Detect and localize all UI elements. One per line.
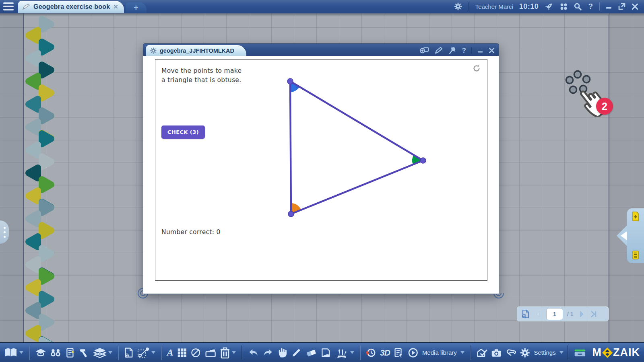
hint-graphic <box>552 56 617 117</box>
hamburger-menu-icon[interactable] <box>0 0 17 13</box>
mosaic-triangle <box>29 99 38 109</box>
dropdown-arrow-icon[interactable] <box>19 351 24 354</box>
clock: 10:10 <box>519 2 539 11</box>
mosaic-triangle <box>29 282 38 293</box>
book-tool-button[interactable] <box>4 347 24 358</box>
snap-tool-button[interactable] <box>137 347 156 359</box>
drawing-tools-icon[interactable] <box>190 347 201 359</box>
add-exercise-tab-icon[interactable] <box>632 212 640 221</box>
geogebra-window-tab[interactable]: geogebra_JJFIHTOMLKAD <box>146 45 246 56</box>
triangle-vertex[interactable] <box>287 78 293 84</box>
mosaic-triangle <box>42 156 51 167</box>
settings-label: Settings <box>534 349 555 356</box>
geogebra-applet[interactable]: Move the points to make a triangle that … <box>155 59 487 281</box>
hammer-icon[interactable] <box>78 347 89 358</box>
toolbar-divider <box>242 346 242 360</box>
settings-gear-icon[interactable] <box>520 347 530 359</box>
table-icon[interactable] <box>177 347 187 358</box>
top-bar: Geogebra exercise book ✕ + Teacher Marci… <box>0 0 644 13</box>
divider <box>469 2 469 10</box>
mosaic-triangle <box>42 179 51 190</box>
open-book-icon <box>4 347 18 358</box>
media-clapperboard-icon[interactable] <box>205 347 216 358</box>
page-count-label: / 1 <box>567 311 574 317</box>
mosaic-triangle <box>29 328 38 339</box>
media-player-icon[interactable] <box>408 347 418 359</box>
book-tab[interactable]: Geogebra exercise book ✕ <box>18 1 124 13</box>
help-icon[interactable]: ? <box>588 2 593 11</box>
pen-set-icon <box>335 347 349 359</box>
geogebra-window-titlebar[interactable]: geogebra_JJFIHTOMLKAD ? <box>143 43 499 56</box>
apps-grid-icon[interactable] <box>559 2 568 10</box>
highlighter-icon[interactable] <box>291 347 301 359</box>
geogebra-window-body: Move the points to make a triangle that … <box>143 56 499 294</box>
mosaic-triangle <box>42 248 51 259</box>
redo-icon[interactable] <box>262 348 274 358</box>
3d-models-button[interactable]: 3D <box>380 348 390 358</box>
mozaik-logo[interactable]: M ZAIK <box>592 346 640 359</box>
mosaic-triangle <box>42 134 51 144</box>
mosaic-triangle <box>42 111 51 121</box>
mosaic-triangle <box>29 53 38 64</box>
layers-tool-button[interactable] <box>93 347 113 358</box>
page-margin-right <box>609 13 644 342</box>
collapse-arrow-icon[interactable] <box>621 231 627 240</box>
triangle-figure <box>155 60 488 280</box>
text-tool-button[interactable]: A <box>167 347 173 358</box>
camera-icon[interactable] <box>491 348 502 358</box>
window-close-icon[interactable] <box>489 47 495 53</box>
page-number-input[interactable] <box>546 308 563 320</box>
homework-icon[interactable] <box>476 347 487 358</box>
search-icon[interactable] <box>574 2 582 11</box>
geogebra-window: geogebra_JJFIHTOMLKAD ? <box>143 43 499 294</box>
prev-page-icon[interactable] <box>534 310 542 318</box>
media-library-button[interactable]: Media library <box>422 349 465 356</box>
triangle-edges <box>290 81 423 214</box>
keyboard-icon[interactable] <box>574 348 586 358</box>
last-page-icon[interactable] <box>590 310 599 318</box>
close-app-icon[interactable] <box>632 3 638 10</box>
next-page-icon[interactable] <box>578 310 586 318</box>
undo-icon[interactable] <box>248 348 259 358</box>
page-margin-left <box>0 13 23 342</box>
window-help-icon[interactable]: ? <box>462 47 466 54</box>
add-page-icon[interactable] <box>521 309 530 319</box>
dropdown-arrow-icon[interactable] <box>231 351 236 354</box>
triangle-vertex[interactable] <box>420 158 426 163</box>
mosaic-triangle <box>29 214 38 224</box>
user-name[interactable]: Teacher Marci <box>475 3 513 10</box>
new-page-icon[interactable] <box>124 347 133 359</box>
pin-icon[interactable] <box>448 46 457 54</box>
page-color-icon[interactable] <box>320 347 331 359</box>
gear-icon[interactable] <box>454 2 462 11</box>
right-panel-handle[interactable] <box>627 208 644 263</box>
exercise-editor-icon[interactable] <box>394 347 404 359</box>
mosaic-triangle <box>29 168 38 178</box>
edit-pencil-icon[interactable] <box>434 46 443 54</box>
triangle-vertex[interactable] <box>288 211 294 217</box>
graduation-cap-icon[interactable] <box>35 347 46 358</box>
notes-icon[interactable] <box>65 347 75 358</box>
dropdown-arrow-icon[interactable] <box>108 351 113 354</box>
insert-snapshot-icon[interactable] <box>419 46 429 54</box>
pens-tool-button[interactable] <box>335 347 355 359</box>
restore-window-icon[interactable] <box>618 3 625 10</box>
rocket-icon[interactable] <box>545 2 553 11</box>
trash-icon <box>220 347 230 359</box>
new-tab-button[interactable]: + <box>126 2 147 13</box>
attachment-icon[interactable] <box>505 347 516 359</box>
minimize-icon[interactable] <box>606 3 612 10</box>
history-icon[interactable] <box>366 347 376 359</box>
dropdown-arrow-icon[interactable] <box>350 351 355 354</box>
tab-close-icon[interactable]: ✕ <box>113 3 118 10</box>
dropdown-arrow-icon[interactable] <box>460 351 465 354</box>
eraser-icon[interactable] <box>305 347 317 358</box>
exercise-list-tab-icon[interactable] <box>632 250 640 260</box>
dropdown-arrow-icon[interactable] <box>151 351 156 354</box>
delete-tool-button[interactable] <box>220 347 236 359</box>
binoculars-icon[interactable] <box>50 347 61 358</box>
window-minimize-icon[interactable] <box>477 47 483 53</box>
dropdown-arrow-icon[interactable] <box>559 351 564 354</box>
hand-tool-icon[interactable] <box>278 347 288 359</box>
settings-button[interactable]: Settings <box>534 349 564 356</box>
